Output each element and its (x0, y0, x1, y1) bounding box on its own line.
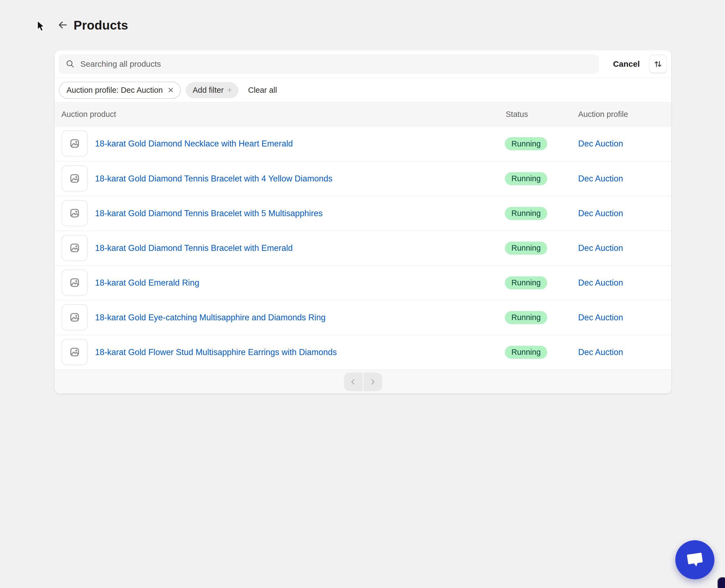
table-row: 18-karat Gold Diamond Tennis Bracelet wi… (55, 161, 671, 196)
table-row: 18-karat Gold Diamond Necklace with Hear… (55, 126, 671, 161)
auction-profile-link[interactable]: Dec Auction (578, 139, 623, 149)
remove-filter-icon[interactable] (167, 86, 174, 93)
product-thumbnail (62, 339, 88, 365)
product-thumbnail (62, 130, 88, 156)
product-link[interactable]: 18-karat Gold Diamond Necklace with Hear… (95, 139, 293, 149)
plus-icon: + (227, 85, 233, 94)
mouse-cursor-icon (36, 20, 46, 33)
status-badge: Running (505, 311, 547, 324)
add-filter-label: Add filter (193, 86, 224, 94)
table-row: 18-karat Gold Diamond Tennis Bracelet wi… (55, 196, 671, 231)
active-filter-label: Auction profile: Dec Auction (66, 86, 163, 94)
cancel-button[interactable]: Cancel (611, 59, 641, 69)
search-icon (66, 59, 75, 69)
chevron-left-icon (349, 378, 357, 386)
status-badge: Running (505, 172, 547, 185)
filter-bar: Auction profile: Dec Auction Add filter … (55, 78, 671, 102)
chat-bubble-icon (684, 549, 705, 570)
chat-button[interactable] (675, 540, 714, 579)
status-badge: Running (505, 346, 547, 359)
clear-all-button[interactable]: Clear all (246, 85, 279, 95)
search-input[interactable]: Searching all products (59, 55, 599, 74)
active-filter-chip[interactable]: Auction profile: Dec Auction (59, 82, 181, 99)
products-card: Searching all products Cancel Auction pr… (55, 50, 671, 394)
status-badge: Running (505, 207, 547, 220)
sort-icon (653, 59, 663, 69)
auction-profile-link[interactable]: Dec Auction (578, 313, 623, 322)
status-badge: Running (505, 241, 547, 255)
image-placeholder-icon (69, 277, 80, 288)
table-header: Auction product Status Auction profile (55, 102, 671, 126)
product-link[interactable]: 18-karat Gold Diamond Tennis Bracelet wi… (95, 209, 323, 218)
auction-profile-link[interactable]: Dec Auction (578, 243, 623, 253)
background-widget-corner (718, 578, 725, 588)
auction-profile-link[interactable]: Dec Auction (578, 348, 623, 357)
image-placeholder-icon (69, 173, 80, 184)
product-link[interactable]: 18-karat Gold Diamond Tennis Bracelet wi… (95, 174, 333, 184)
product-link[interactable]: 18-karat Gold Emerald Ring (95, 278, 199, 288)
back-arrow-icon (57, 20, 68, 30)
product-thumbnail (62, 304, 88, 330)
image-placeholder-icon (69, 208, 80, 218)
next-page-button[interactable] (363, 373, 382, 391)
add-filter-button[interactable]: Add filter + (186, 82, 238, 98)
column-header-profile: Auction profile (578, 110, 628, 119)
table-body: 18-karat Gold Diamond Necklace with Hear… (55, 126, 671, 370)
pager (344, 373, 382, 391)
product-link[interactable]: 18-karat Gold Diamond Tennis Bracelet wi… (95, 243, 293, 253)
products-page: Products Searching all products Cancel (0, 0, 725, 588)
search-placeholder: Searching all products (80, 59, 161, 69)
table-row: 18-karat Gold Emerald Ring Running Dec A… (55, 265, 671, 300)
page-header: Products (0, 0, 725, 50)
image-placeholder-icon (69, 243, 80, 253)
search-row: Searching all products Cancel (55, 50, 671, 78)
table-row: 18-karat Gold Eye-catching Multisapphire… (55, 300, 671, 335)
auction-profile-link[interactable]: Dec Auction (578, 174, 623, 184)
status-badge: Running (505, 137, 547, 150)
image-placeholder-icon (69, 347, 80, 357)
page-title: Products (74, 18, 128, 33)
pagination-bar (55, 370, 671, 394)
product-thumbnail (62, 270, 88, 296)
column-header-product: Auction product (61, 110, 116, 119)
product-thumbnail (62, 165, 88, 191)
sort-button[interactable] (649, 55, 667, 73)
chevron-right-icon (369, 378, 377, 386)
column-header-status: Status (506, 110, 528, 119)
back-button[interactable] (55, 17, 70, 33)
image-placeholder-icon (69, 138, 80, 149)
auction-profile-link[interactable]: Dec Auction (578, 278, 623, 288)
product-thumbnail (62, 235, 88, 261)
previous-page-button[interactable] (344, 373, 363, 391)
table-row: 18-karat Gold Diamond Tennis Bracelet wi… (55, 231, 671, 265)
table-row: 18-karat Gold Flower Stud Multisapphire … (55, 335, 671, 370)
image-placeholder-icon (69, 312, 80, 322)
product-thumbnail (62, 200, 88, 226)
product-link[interactable]: 18-karat Gold Flower Stud Multisapphire … (95, 348, 337, 357)
product-link[interactable]: 18-karat Gold Eye-catching Multisapphire… (95, 313, 326, 322)
status-badge: Running (505, 276, 547, 289)
auction-profile-link[interactable]: Dec Auction (578, 209, 623, 218)
